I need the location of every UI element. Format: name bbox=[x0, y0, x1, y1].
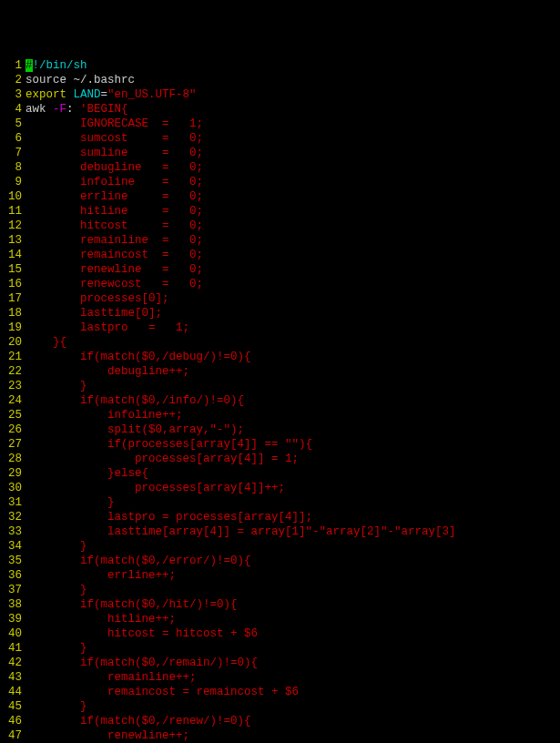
code-line[interactable]: 28 processes[array[4]] = 1; bbox=[0, 452, 560, 466]
code-content[interactable]: hitcost = 0; bbox=[25, 219, 560, 233]
code-line[interactable]: 36 errline++; bbox=[0, 568, 560, 583]
code-line[interactable]: 4awk -F: 'BEGIN{ bbox=[0, 102, 560, 117]
code-content[interactable]: source ~/.bashrc bbox=[25, 73, 560, 87]
code-content[interactable]: } bbox=[25, 379, 560, 393]
code-line[interactable]: 42 if(match($0,/remain/)!=0){ bbox=[0, 656, 560, 670]
code-line[interactable]: 2source ~/.bashrc bbox=[0, 73, 560, 87]
code-line[interactable]: 40 hitcost = hitcost + $6 bbox=[0, 626, 560, 641]
code-line[interactable]: 9 infoline = 0; bbox=[0, 175, 560, 189]
code-content[interactable]: debugline = 0; bbox=[25, 160, 560, 175]
code-content[interactable]: renewline = 0; bbox=[25, 262, 560, 277]
code-content[interactable]: sumcost = 0; bbox=[25, 131, 560, 146]
code-content[interactable]: export LAND="en_US.UTF-8" bbox=[25, 87, 560, 102]
code-line[interactable]: 37 } bbox=[0, 583, 560, 597]
code-content[interactable]: processes[array[4]]++; bbox=[25, 481, 560, 495]
code-content[interactable]: } bbox=[25, 641, 560, 656]
code-content[interactable]: processes[array[4]] = 1; bbox=[25, 452, 560, 466]
code-content[interactable]: lastpro = processes[array[4]]; bbox=[25, 510, 560, 524]
code-line[interactable]: 35 if(match($0,/error/)!=0){ bbox=[0, 554, 560, 568]
code-content[interactable]: errline++; bbox=[25, 568, 560, 583]
code-content[interactable]: hitcost = hitcost + $6 bbox=[25, 626, 560, 641]
code-content[interactable]: hitline++; bbox=[25, 612, 560, 626]
code-content[interactable]: } bbox=[25, 699, 560, 714]
code-line[interactable]: 45 } bbox=[0, 699, 560, 714]
code-line[interactable]: 5 IGNORECASE = 1; bbox=[0, 117, 560, 131]
code-line[interactable]: 8 debugline = 0; bbox=[0, 160, 560, 175]
code-content[interactable]: if(processes[array[4]] == ""){ bbox=[25, 437, 560, 452]
code-content[interactable]: if(match($0,/error/)!=0){ bbox=[25, 554, 560, 568]
code-line[interactable]: 15 renewline = 0; bbox=[0, 262, 560, 277]
code-line[interactable]: 27 if(processes[array[4]] == ""){ bbox=[0, 437, 560, 452]
code-line[interactable]: 16 renewcost = 0; bbox=[0, 277, 560, 291]
code-line[interactable]: 11 hitline = 0; bbox=[0, 204, 560, 219]
code-editor[interactable]: 1#!/bin/sh2source ~/.bashrc3export LAND=… bbox=[0, 58, 560, 743]
code-content[interactable]: sumline = 0; bbox=[25, 146, 560, 160]
code-line[interactable]: 25 infoline++; bbox=[0, 408, 560, 422]
code-content[interactable]: }{ bbox=[25, 335, 560, 350]
cursor: # bbox=[25, 59, 33, 72]
code-content[interactable]: } bbox=[25, 495, 560, 510]
code-line[interactable]: 3export LAND="en_US.UTF-8" bbox=[0, 87, 560, 102]
code-content[interactable]: renewcost = 0; bbox=[25, 277, 560, 291]
code-content[interactable]: remainline++; bbox=[25, 670, 560, 685]
code-content[interactable]: remaincost = remaincost + $6 bbox=[25, 685, 560, 699]
code-line[interactable]: 32 lastpro = processes[array[4]]; bbox=[0, 510, 560, 524]
code-content[interactable]: IGNORECASE = 1; bbox=[25, 117, 560, 131]
code-content[interactable]: lasttime[array[4]] = array[1]"-"array[2]… bbox=[25, 524, 560, 539]
token: lastpro = 1; bbox=[25, 321, 189, 334]
code-content[interactable]: renewline++; bbox=[25, 728, 560, 743]
code-line[interactable]: 22 debugline++; bbox=[0, 364, 560, 379]
code-line[interactable]: 19 lastpro = 1; bbox=[0, 321, 560, 335]
code-content[interactable]: infoline++; bbox=[25, 408, 560, 422]
code-line[interactable]: 46 if(match($0,/renew/)!=0){ bbox=[0, 714, 560, 728]
code-line[interactable]: 10 errline = 0; bbox=[0, 189, 560, 204]
line-number: 41 bbox=[0, 641, 25, 656]
code-line[interactable]: 38 if(match($0,/hit/)!=0){ bbox=[0, 597, 560, 612]
line-number: 35 bbox=[0, 554, 25, 568]
code-content[interactable]: if(match($0,/remain/)!=0){ bbox=[25, 656, 560, 670]
code-line[interactable]: 29 }else{ bbox=[0, 466, 560, 481]
code-line[interactable]: 6 sumcost = 0; bbox=[0, 131, 560, 146]
code-line[interactable]: 1#!/bin/sh bbox=[0, 58, 560, 73]
code-content[interactable]: #!/bin/sh bbox=[25, 58, 560, 73]
code-content[interactable]: processes[0]; bbox=[25, 291, 560, 306]
code-content[interactable]: hitline = 0; bbox=[25, 204, 560, 219]
code-content[interactable]: lastpro = 1; bbox=[25, 321, 560, 335]
code-content[interactable]: errline = 0; bbox=[25, 189, 560, 204]
code-content[interactable]: } bbox=[25, 539, 560, 554]
code-line[interactable]: 21 if(match($0,/debug/)!=0){ bbox=[0, 350, 560, 364]
code-line[interactable]: 13 remainline = 0; bbox=[0, 233, 560, 248]
code-content[interactable]: if(match($0,/debug/)!=0){ bbox=[25, 350, 560, 364]
code-content[interactable]: split($0,array,"-"); bbox=[25, 422, 560, 437]
code-line[interactable]: 26 split($0,array,"-"); bbox=[0, 422, 560, 437]
code-line[interactable]: 23 } bbox=[0, 379, 560, 393]
line-number: 12 bbox=[0, 219, 25, 233]
code-line[interactable]: 7 sumline = 0; bbox=[0, 146, 560, 160]
code-line[interactable]: 12 hitcost = 0; bbox=[0, 219, 560, 233]
code-content[interactable]: if(match($0,/info/)!=0){ bbox=[25, 393, 560, 408]
code-line[interactable]: 17 processes[0]; bbox=[0, 291, 560, 306]
code-line[interactable]: 39 hitline++; bbox=[0, 612, 560, 626]
code-line[interactable]: 24 if(match($0,/info/)!=0){ bbox=[0, 393, 560, 408]
code-content[interactable]: awk -F: 'BEGIN{ bbox=[25, 102, 560, 117]
code-line[interactable]: 44 remaincost = remaincost + $6 bbox=[0, 685, 560, 699]
code-content[interactable]: if(match($0,/renew/)!=0){ bbox=[25, 714, 560, 728]
code-line[interactable]: 47 renewline++; bbox=[0, 728, 560, 743]
code-line[interactable]: 20 }{ bbox=[0, 335, 560, 350]
code-content[interactable]: remainline = 0; bbox=[25, 233, 560, 248]
code-content[interactable]: lasttime[0]; bbox=[25, 306, 560, 321]
code-line[interactable]: 30 processes[array[4]]++; bbox=[0, 481, 560, 495]
code-line[interactable]: 31 } bbox=[0, 495, 560, 510]
code-content[interactable]: if(match($0,/hit/)!=0){ bbox=[25, 597, 560, 612]
code-line[interactable]: 33 lasttime[array[4]] = array[1]"-"array… bbox=[0, 524, 560, 539]
code-line[interactable]: 34 } bbox=[0, 539, 560, 554]
code-line[interactable]: 14 remaincost = 0; bbox=[0, 248, 560, 262]
code-content[interactable]: }else{ bbox=[25, 466, 560, 481]
code-content[interactable]: } bbox=[25, 583, 560, 597]
code-content[interactable]: debugline++; bbox=[25, 364, 560, 379]
code-line[interactable]: 18 lasttime[0]; bbox=[0, 306, 560, 321]
code-line[interactable]: 43 remainline++; bbox=[0, 670, 560, 685]
code-content[interactable]: remaincost = 0; bbox=[25, 248, 560, 262]
code-line[interactable]: 41 } bbox=[0, 641, 560, 656]
code-content[interactable]: infoline = 0; bbox=[25, 175, 560, 189]
